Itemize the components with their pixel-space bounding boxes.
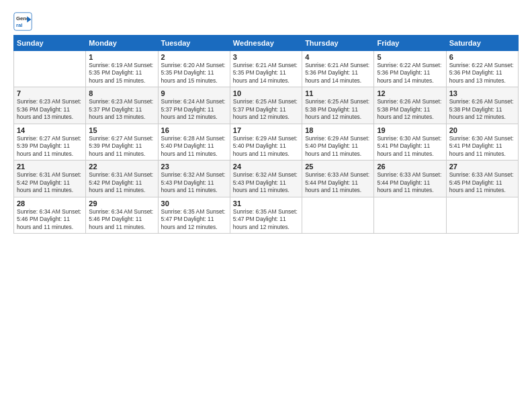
weekday-header-monday: Monday: [86, 36, 158, 51]
calendar-cell: 3Sunrise: 6:21 AM Sunset: 5:35 PM Daylig…: [230, 51, 302, 87]
day-number: 17: [233, 126, 299, 134]
calendar-cell: 13Sunrise: 6:26 AM Sunset: 5:38 PM Dayli…: [446, 87, 518, 124]
day-number: 5: [377, 53, 443, 61]
day-number: 16: [161, 126, 227, 134]
calendar-cell: 12Sunrise: 6:26 AM Sunset: 5:38 PM Dayli…: [374, 87, 446, 124]
day-number: 8: [89, 89, 154, 97]
day-info: Sunrise: 6:30 AM Sunset: 5:41 PM Dayligh…: [449, 135, 515, 158]
day-number: 22: [89, 163, 154, 171]
day-info: Sunrise: 6:27 AM Sunset: 5:39 PM Dayligh…: [89, 135, 154, 158]
calendar-cell: 2Sunrise: 6:20 AM Sunset: 5:35 PM Daylig…: [158, 51, 230, 87]
day-number: 20: [449, 126, 515, 134]
day-info: Sunrise: 6:31 AM Sunset: 5:42 PM Dayligh…: [17, 171, 83, 194]
calendar-cell: 29Sunrise: 6:34 AM Sunset: 5:46 PM Dayli…: [86, 197, 158, 233]
weekday-header-friday: Friday: [374, 36, 446, 51]
day-number: 18: [305, 126, 371, 134]
calendar-cell: 26Sunrise: 6:33 AM Sunset: 5:44 PM Dayli…: [374, 161, 446, 197]
day-number: 29: [89, 199, 154, 208]
calendar-cell: 14Sunrise: 6:27 AM Sunset: 5:39 PM Dayli…: [14, 124, 86, 160]
day-number: 30: [161, 199, 227, 208]
week-row-3: 14Sunrise: 6:27 AM Sunset: 5:39 PM Dayli…: [14, 124, 519, 160]
calendar-cell: 31Sunrise: 6:35 AM Sunset: 5:47 PM Dayli…: [230, 197, 302, 233]
day-info: Sunrise: 6:31 AM Sunset: 5:42 PM Dayligh…: [89, 171, 154, 194]
weekday-header-tuesday: Tuesday: [158, 36, 230, 51]
day-info: Sunrise: 6:35 AM Sunset: 5:47 PM Dayligh…: [233, 208, 299, 231]
day-number: 15: [89, 126, 154, 134]
calendar-cell: 20Sunrise: 6:30 AM Sunset: 5:41 PM Dayli…: [446, 124, 518, 160]
day-number: 3: [233, 53, 299, 61]
day-info: Sunrise: 6:35 AM Sunset: 5:47 PM Dayligh…: [161, 208, 227, 231]
day-info: Sunrise: 6:25 AM Sunset: 5:38 PM Dayligh…: [305, 98, 371, 121]
calendar-cell: 17Sunrise: 6:29 AM Sunset: 5:40 PM Dayli…: [230, 124, 302, 160]
calendar-cell: 6Sunrise: 6:22 AM Sunset: 5:36 PM Daylig…: [446, 51, 518, 87]
week-row-4: 21Sunrise: 6:31 AM Sunset: 5:42 PM Dayli…: [14, 161, 519, 197]
day-number: 14: [17, 126, 83, 134]
weekday-header-thursday: Thursday: [302, 36, 374, 51]
day-info: Sunrise: 6:23 AM Sunset: 5:36 PM Dayligh…: [17, 98, 83, 121]
day-info: Sunrise: 6:26 AM Sunset: 5:38 PM Dayligh…: [449, 98, 515, 121]
day-info: Sunrise: 6:33 AM Sunset: 5:45 PM Dayligh…: [449, 171, 515, 194]
calendar: SundayMondayTuesdayWednesdayThursdayFrid…: [13, 35, 519, 234]
weekday-header-saturday: Saturday: [446, 36, 518, 51]
day-info: Sunrise: 6:29 AM Sunset: 5:40 PM Dayligh…: [233, 135, 299, 158]
day-info: Sunrise: 6:26 AM Sunset: 5:38 PM Dayligh…: [377, 98, 443, 121]
calendar-cell: 21Sunrise: 6:31 AM Sunset: 5:42 PM Dayli…: [14, 161, 86, 197]
calendar-cell: 11Sunrise: 6:25 AM Sunset: 5:38 PM Dayli…: [302, 87, 374, 124]
day-info: Sunrise: 6:21 AM Sunset: 5:35 PM Dayligh…: [233, 62, 299, 85]
calendar-cell: 25Sunrise: 6:33 AM Sunset: 5:44 PM Dayli…: [302, 161, 374, 197]
day-info: Sunrise: 6:32 AM Sunset: 5:43 PM Dayligh…: [161, 171, 227, 194]
calendar-cell: 10Sunrise: 6:25 AM Sunset: 5:37 PM Dayli…: [230, 87, 302, 124]
weekday-header-sunday: Sunday: [14, 36, 86, 51]
day-number: 25: [305, 163, 371, 171]
day-number: 1: [89, 53, 154, 61]
calendar-cell: 27Sunrise: 6:33 AM Sunset: 5:45 PM Dayli…: [446, 161, 518, 197]
day-number: 12: [377, 89, 443, 97]
calendar-cell: 19Sunrise: 6:30 AM Sunset: 5:41 PM Dayli…: [374, 124, 446, 160]
logo: Gene ral: [13, 12, 35, 31]
day-info: Sunrise: 6:28 AM Sunset: 5:40 PM Dayligh…: [161, 135, 227, 158]
calendar-cell: 9Sunrise: 6:24 AM Sunset: 5:37 PM Daylig…: [158, 87, 230, 124]
day-info: Sunrise: 6:32 AM Sunset: 5:43 PM Dayligh…: [233, 171, 299, 194]
day-number: 31: [233, 199, 299, 208]
day-info: Sunrise: 6:22 AM Sunset: 5:36 PM Dayligh…: [449, 62, 515, 85]
calendar-cell: 30Sunrise: 6:35 AM Sunset: 5:47 PM Dayli…: [158, 197, 230, 233]
calendar-cell: 5Sunrise: 6:22 AM Sunset: 5:36 PM Daylig…: [374, 51, 446, 87]
day-number: 2: [161, 53, 227, 61]
calendar-cell: 28Sunrise: 6:34 AM Sunset: 5:46 PM Dayli…: [14, 197, 86, 233]
header: Gene ral: [13, 12, 519, 31]
calendar-cell: 18Sunrise: 6:29 AM Sunset: 5:40 PM Dayli…: [302, 124, 374, 160]
day-info: Sunrise: 6:33 AM Sunset: 5:44 PM Dayligh…: [377, 171, 443, 194]
day-info: Sunrise: 6:34 AM Sunset: 5:46 PM Dayligh…: [89, 208, 154, 231]
calendar-cell: [446, 197, 518, 233]
calendar-cell: [14, 51, 86, 87]
day-number: 4: [305, 53, 371, 61]
calendar-cell: 16Sunrise: 6:28 AM Sunset: 5:40 PM Dayli…: [158, 124, 230, 160]
day-info: Sunrise: 6:25 AM Sunset: 5:37 PM Dayligh…: [233, 98, 299, 121]
weekday-header-wednesday: Wednesday: [230, 36, 302, 51]
day-info: Sunrise: 6:23 AM Sunset: 5:37 PM Dayligh…: [89, 98, 154, 121]
calendar-cell: 22Sunrise: 6:31 AM Sunset: 5:42 PM Dayli…: [86, 161, 158, 197]
calendar-cell: 15Sunrise: 6:27 AM Sunset: 5:39 PM Dayli…: [86, 124, 158, 160]
week-row-5: 28Sunrise: 6:34 AM Sunset: 5:46 PM Dayli…: [14, 197, 519, 233]
day-info: Sunrise: 6:29 AM Sunset: 5:40 PM Dayligh…: [305, 135, 371, 158]
day-info: Sunrise: 6:22 AM Sunset: 5:36 PM Dayligh…: [377, 62, 443, 85]
day-number: 10: [233, 89, 299, 97]
day-number: 7: [17, 89, 83, 97]
calendar-cell: 7Sunrise: 6:23 AM Sunset: 5:36 PM Daylig…: [14, 87, 86, 124]
day-info: Sunrise: 6:19 AM Sunset: 5:35 PM Dayligh…: [89, 62, 154, 85]
day-info: Sunrise: 6:33 AM Sunset: 5:44 PM Dayligh…: [305, 171, 371, 194]
day-number: 23: [161, 163, 227, 171]
page: Gene ral SundayMondayTuesdayWednesdayThu…: [0, 0, 532, 411]
day-info: Sunrise: 6:20 AM Sunset: 5:35 PM Dayligh…: [161, 62, 227, 85]
day-number: 9: [161, 89, 227, 97]
week-row-2: 7Sunrise: 6:23 AM Sunset: 5:36 PM Daylig…: [14, 87, 519, 124]
day-number: 27: [449, 163, 515, 171]
day-info: Sunrise: 6:34 AM Sunset: 5:46 PM Dayligh…: [17, 208, 83, 231]
day-number: 13: [449, 89, 515, 97]
day-number: 24: [233, 163, 299, 171]
calendar-cell: 23Sunrise: 6:32 AM Sunset: 5:43 PM Dayli…: [158, 161, 230, 197]
calendar-cell: 8Sunrise: 6:23 AM Sunset: 5:37 PM Daylig…: [86, 87, 158, 124]
calendar-cell: 4Sunrise: 6:21 AM Sunset: 5:36 PM Daylig…: [302, 51, 374, 87]
day-number: 6: [449, 53, 515, 61]
calendar-cell: [374, 197, 446, 233]
